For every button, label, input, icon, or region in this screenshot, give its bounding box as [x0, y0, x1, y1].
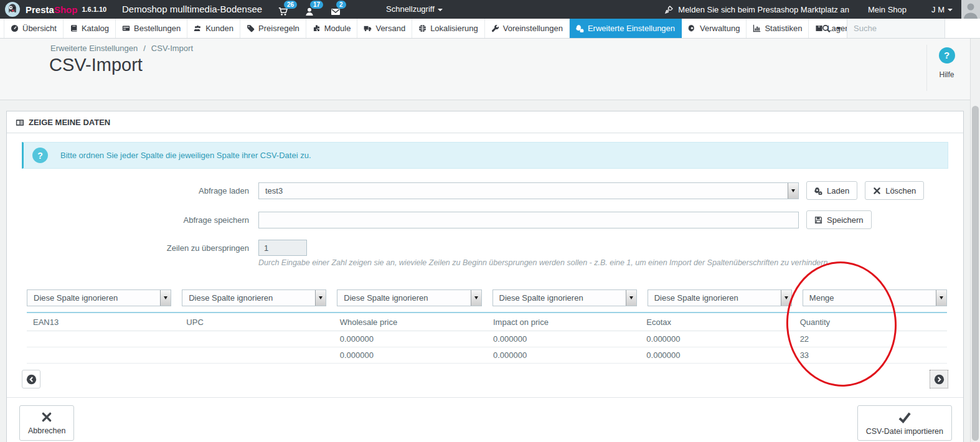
- shop-name[interactable]: Demoshop mulltimedia-Bodensee: [122, 0, 262, 19]
- save-query-row: Abfrage speichern Speichern: [7, 210, 963, 229]
- messages-notification[interactable]: 2: [331, 2, 342, 19]
- nav-tab-katalog[interactable]: Katalog: [64, 19, 116, 38]
- nav-tab-verwaltung[interactable]: Verwaltung: [682, 19, 747, 38]
- search-scope-button[interactable]: [816, 19, 847, 38]
- main-menu-bar: Übersicht Katalog Bestellungen Kunden Pr…: [0, 19, 980, 39]
- column-select-1[interactable]: Diese Spalte ignorieren: [27, 289, 171, 306]
- next-columns-button[interactable]: [930, 370, 948, 388]
- column-mapping-section: Diese Spalte ignorieren Diese Spalte ign…: [27, 289, 947, 364]
- version-label: 1.6.1.10: [82, 6, 106, 13]
- prestashop-admin-screen: PrestaShop 1.6.1.10 Demoshop mulltimedia…: [0, 0, 980, 442]
- delete-button[interactable]: Löschen: [865, 181, 924, 200]
- orders-count-badge: 26: [284, 1, 297, 9]
- column-select-2[interactable]: Diese Spalte ignorieren: [182, 289, 326, 306]
- load-query-select[interactable]: test3: [258, 182, 799, 199]
- global-search: [816, 19, 945, 38]
- panel-footer: Abbrechen CSV-Datei importieren: [7, 397, 963, 441]
- messages-count-badge: 2: [336, 1, 346, 9]
- save-query-label: Abfrage speichern: [7, 215, 258, 225]
- column-header: Impact on price: [487, 313, 640, 331]
- nav-tab-bestellungen[interactable]: Bestellungen: [116, 19, 187, 38]
- marketplace-link[interactable]: Melden Sie sich beim Prestashop Marktpla…: [664, 5, 849, 14]
- nav-tab-module[interactable]: Module: [306, 19, 358, 38]
- user-menu[interactable]: J M: [931, 5, 953, 14]
- nav-tab-erweiterte-einstellungen[interactable]: Erweiterte Einstellungen: [570, 19, 682, 38]
- column-header: Quantity: [794, 313, 947, 331]
- help-label: Hilfe: [927, 70, 966, 79]
- price-rules-icon: [247, 24, 255, 32]
- orders-icon: [122, 24, 130, 32]
- preferences-icon: [491, 24, 499, 32]
- column-header: UPC: [180, 313, 333, 331]
- info-alert: ? Bitte ordnen Sie jeder Spalte die jewe…: [22, 142, 948, 169]
- nav-tab-lokalisierung[interactable]: Lokalisierung: [412, 19, 485, 38]
- cancel-button[interactable]: Abbrechen: [19, 405, 74, 441]
- vertical-scrollbar[interactable]: [970, 39, 980, 442]
- x-icon: [41, 411, 52, 423]
- save-button[interactable]: Speichern: [806, 210, 872, 229]
- column-pager: [22, 370, 948, 388]
- breadcrumb-parent[interactable]: Erweiterte Einstellungen: [50, 44, 138, 53]
- column-mapping-selects: Diese Spalte ignorieren Diese Spalte ign…: [27, 289, 947, 306]
- dashboard-icon: [11, 24, 19, 32]
- my-shop-link[interactable]: Mein Shop: [868, 5, 907, 14]
- x-icon: [873, 187, 881, 195]
- brand-shop: Shop: [54, 4, 78, 15]
- load-button[interactable]: Laden: [806, 181, 857, 200]
- user-initials: J M: [931, 5, 945, 14]
- breadcrumb-current[interactable]: CSV-Import: [151, 44, 193, 53]
- brand[interactable]: PrestaShop 1.6.1.10: [5, 0, 106, 19]
- brand-presta: Presta: [26, 4, 54, 15]
- dropdown-arrow-icon: [781, 290, 791, 306]
- panel-header: ZEIGE MEINE DATEN: [7, 111, 963, 133]
- help-button[interactable]: ? Hilfe: [926, 45, 966, 91]
- save-icon: [814, 216, 822, 224]
- column-select-5[interactable]: Diese Spalte ignorieren: [648, 289, 792, 306]
- load-query-label: Abfrage laden: [7, 186, 258, 195]
- dropdown-arrow-icon: [471, 290, 481, 306]
- search-icon: [822, 24, 831, 33]
- customers-notification[interactable]: 17: [304, 2, 316, 19]
- column-select-3[interactable]: Diese Spalte ignorieren: [337, 289, 481, 306]
- stats-icon: [753, 24, 761, 32]
- chevron-right-icon: [934, 374, 945, 385]
- notification-icons: 26 17 2: [278, 0, 342, 19]
- nav-tab-voreinstellungen[interactable]: Voreinstellungen: [485, 19, 570, 38]
- table-row: 0.000000 0.000000 0.000000 33: [27, 347, 947, 364]
- quick-access-dropdown[interactable]: Schnellzugriff: [386, 0, 443, 19]
- nav-tab-versand[interactable]: Versand: [357, 19, 412, 38]
- nav-tab-kunden[interactable]: Kunden: [187, 19, 240, 38]
- nav-tab-preisregeln[interactable]: Preisregeln: [240, 19, 306, 38]
- nav-tab-uebersicht[interactable]: Übersicht: [4, 19, 64, 38]
- dropdown-arrow-icon: [160, 290, 171, 306]
- customers-count-badge: 17: [310, 1, 323, 9]
- shipping-icon: [364, 24, 372, 32]
- import-csv-button[interactable]: CSV-Datei importieren: [857, 405, 952, 441]
- column-header: Ecotax: [640, 313, 793, 331]
- load-query-row: Abfrage laden test3 Laden Löschen: [7, 181, 963, 200]
- panel-title: ZEIGE MEINE DATEN: [29, 118, 110, 127]
- marketplace-label: Melden Sie sich beim Prestashop Marktpla…: [678, 5, 849, 14]
- column-select-4[interactable]: Diese Spalte ignorieren: [492, 289, 637, 306]
- csv-preview-table: EAN13 UPC Wholesale price Impact on pric…: [27, 312, 947, 364]
- nav-tab-statistiken[interactable]: Statistiken: [747, 19, 809, 38]
- topbar-right: Melden Sie sich beim Prestashop Marktpla…: [664, 0, 980, 19]
- orders-notification[interactable]: 26: [278, 2, 290, 19]
- column-select-6-menge[interactable]: Menge: [803, 289, 947, 306]
- save-query-input[interactable]: [258, 212, 799, 228]
- customers-icon: [194, 24, 202, 32]
- scrollbar-thumb[interactable]: [972, 106, 979, 441]
- table-row: 0.000000 0.000000 0.000000 22: [27, 331, 947, 347]
- csv-import-panel: ZEIGE MEINE DATEN ? Bitte ordnen Sie jed…: [6, 111, 964, 442]
- caret-down-icon: [836, 27, 841, 30]
- page-title: CSV-Import: [49, 55, 143, 75]
- search-input[interactable]: [847, 19, 945, 38]
- modules-icon: [313, 24, 321, 32]
- help-icon: ?: [939, 47, 955, 63]
- administration-icon: [688, 24, 696, 32]
- avatar[interactable]: [961, 0, 980, 19]
- skip-rows-row: Zeilen zu überspringen: [7, 240, 963, 256]
- skip-rows-input[interactable]: [258, 240, 307, 256]
- previous-columns-button[interactable]: [22, 370, 40, 388]
- page-header: Erweiterte Einstellungen/CSV-Import CSV-…: [0, 39, 980, 100]
